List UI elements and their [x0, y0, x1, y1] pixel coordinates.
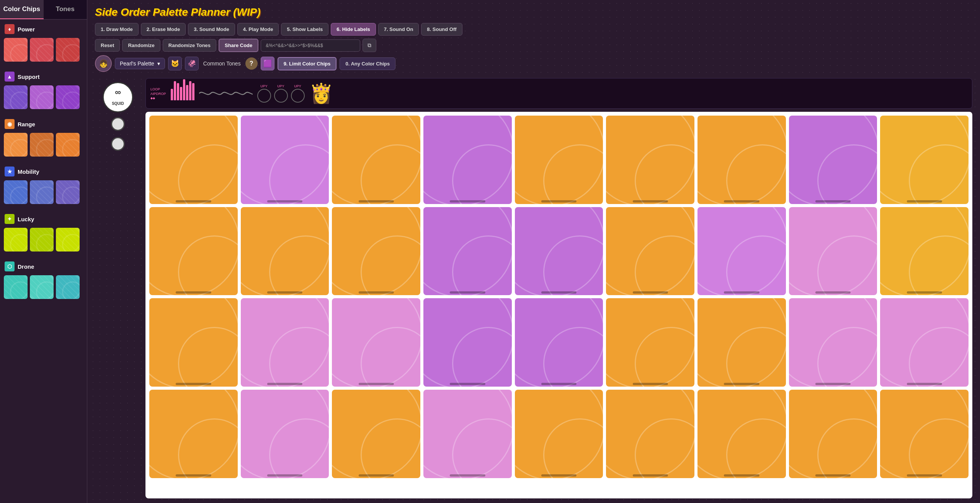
grid-chip-3[interactable]	[423, 116, 512, 204]
left-panel: ∞SQUID	[95, 78, 141, 498]
sidebar-chip-lucky-0[interactable]	[4, 228, 28, 252]
grid-chip-inner	[423, 298, 512, 387]
grid-chip-13[interactable]	[515, 207, 603, 296]
share-code-input[interactable]	[261, 39, 360, 52]
copy-code-button[interactable]: ⧉	[363, 39, 376, 52]
toolbar-btn-5[interactable]: 6. Hide Labels	[331, 23, 376, 36]
palette-icon-1[interactable]: 🐱	[168, 57, 182, 70]
chip-swirl-decoration	[241, 298, 329, 387]
grid-chip-2[interactable]	[332, 116, 420, 204]
grid-chip-35[interactable]	[880, 390, 969, 478]
chip-bottom-bar	[633, 291, 668, 294]
grid-chip-22[interactable]	[515, 298, 603, 387]
grid-chip-5[interactable]	[606, 116, 694, 204]
chip-bottom-bar	[176, 291, 211, 294]
sidebar-chip-range-2[interactable]	[56, 133, 80, 157]
grid-chip-11[interactable]	[332, 207, 420, 296]
main-circle-control[interactable]: ∞SQUID	[103, 82, 133, 113]
chip-bottom-bar	[907, 291, 942, 294]
grid-chip-4[interactable]	[515, 116, 603, 204]
sidebar-chip-mobility-1[interactable]	[30, 180, 54, 204]
sidebar-chip-support-2[interactable]	[56, 85, 80, 109]
grid-chip-19[interactable]	[241, 298, 329, 387]
grid-chip-14[interactable]	[606, 207, 694, 296]
sidebar-chip-lucky-1[interactable]	[30, 228, 54, 252]
grid-chip-29[interactable]	[332, 390, 420, 478]
toolbar-btn-0[interactable]: 1. Draw Mode	[95, 23, 139, 36]
palette-icon-2[interactable]: 🦑	[185, 57, 199, 70]
vis-bar-1	[174, 81, 176, 100]
grid-chip-27[interactable]	[149, 390, 238, 478]
sidebar-chip-lucky-2[interactable]	[56, 228, 80, 252]
sidebar-chip-range-1[interactable]	[30, 133, 54, 157]
grid-chip-30[interactable]	[423, 390, 512, 478]
sidebar-chip-power-2[interactable]	[56, 38, 80, 62]
chip-swirl-decoration	[880, 207, 969, 296]
grid-chip-inner	[880, 390, 969, 478]
vis-wave	[199, 87, 253, 100]
grid-chip-9[interactable]	[149, 207, 238, 296]
chip-swirl-decoration	[423, 116, 512, 204]
grid-chip-23[interactable]	[606, 298, 694, 387]
toolbar-btn-3[interactable]: 4. Play Mode	[237, 23, 279, 36]
category-label-power: Power	[18, 26, 35, 33]
toolbar-util-btn-0[interactable]: Reset	[95, 39, 120, 52]
sidebar-chip-support-1[interactable]	[30, 85, 54, 109]
category-drone: ⬡Drone	[0, 257, 87, 304]
palette-icon-3[interactable]: 🟪	[261, 57, 274, 70]
limit-color-chips-button[interactable]: 9. Limit Color Chips	[278, 57, 337, 70]
grid-chip-inner	[149, 207, 238, 296]
sidebar-chip-range-0[interactable]	[4, 133, 28, 157]
grid-chip-7[interactable]	[789, 116, 877, 204]
grid-chip-inner	[149, 390, 238, 478]
grid-chip-31[interactable]	[515, 390, 603, 478]
tab-tones[interactable]: Tones	[44, 0, 87, 19]
grid-chip-34[interactable]	[789, 390, 877, 478]
category-icon-power: ♦	[5, 24, 15, 34]
grid-chip-12[interactable]	[423, 207, 512, 296]
grid-chip-32[interactable]	[606, 390, 694, 478]
toolbar-util-btn-1[interactable]: Randomize	[122, 39, 160, 52]
sidebar-chip-mobility-0[interactable]	[4, 180, 28, 204]
sidebar-chip-power-1[interactable]	[30, 38, 54, 62]
sidebar-chip-power-0[interactable]	[4, 38, 28, 62]
sidebar-chip-drone-2[interactable]	[56, 275, 80, 299]
chip-swirl-decoration	[606, 116, 694, 204]
chip-pattern	[56, 228, 80, 252]
grid-chip-1[interactable]	[241, 116, 329, 204]
grid-chip-16[interactable]	[789, 207, 877, 296]
sidebar-chip-support-0[interactable]	[4, 85, 28, 109]
grid-chip-26[interactable]	[880, 298, 969, 387]
palette-selector[interactable]: Pearl's Palette ▾	[115, 58, 165, 69]
grid-chip-17[interactable]	[880, 207, 969, 296]
grid-chip-24[interactable]	[697, 298, 786, 387]
toolbar-btn-2[interactable]: 3. Sound Mode	[188, 23, 235, 36]
tab-color-chips[interactable]: Color Chips	[0, 0, 44, 19]
grid-chip-15[interactable]	[697, 207, 786, 296]
toolbar-btn-6[interactable]: 7. Sound On	[378, 23, 419, 36]
grid-chip-0[interactable]	[149, 116, 238, 204]
grid-chip-25[interactable]	[789, 298, 877, 387]
sidebar-chip-mobility-2[interactable]	[56, 180, 80, 204]
share-code-button[interactable]: Share Code	[219, 39, 258, 52]
small-circle-2[interactable]	[111, 137, 125, 151]
common-tones-help-button[interactable]: ?	[245, 57, 258, 70]
toolbar-btn-4[interactable]: 5. Show Labels	[281, 23, 328, 36]
grid-chip-18[interactable]	[149, 298, 238, 387]
category-lucky: ✦Lucky	[0, 209, 87, 257]
grid-chip-6[interactable]	[697, 116, 786, 204]
toolbar-btn-7[interactable]: 8. Sound Off	[421, 23, 462, 36]
toolbar-util-btn-2[interactable]: Randomize Tones	[163, 39, 216, 52]
grid-chip-21[interactable]	[423, 298, 512, 387]
toolbar-btn-1[interactable]: 2. Erase Mode	[141, 23, 186, 36]
small-circle-1[interactable]	[111, 117, 125, 131]
grid-chip-33[interactable]	[697, 390, 786, 478]
sidebar-chip-drone-0[interactable]	[4, 275, 28, 299]
grid-chip-10[interactable]	[241, 207, 329, 296]
any-color-chips-button[interactable]: 0. Any Color Chips	[340, 57, 395, 70]
chip-pattern	[4, 133, 28, 157]
grid-chip-8[interactable]	[880, 116, 969, 204]
sidebar-chip-drone-1[interactable]	[30, 275, 54, 299]
grid-chip-28[interactable]	[241, 390, 329, 478]
grid-chip-20[interactable]	[332, 298, 420, 387]
